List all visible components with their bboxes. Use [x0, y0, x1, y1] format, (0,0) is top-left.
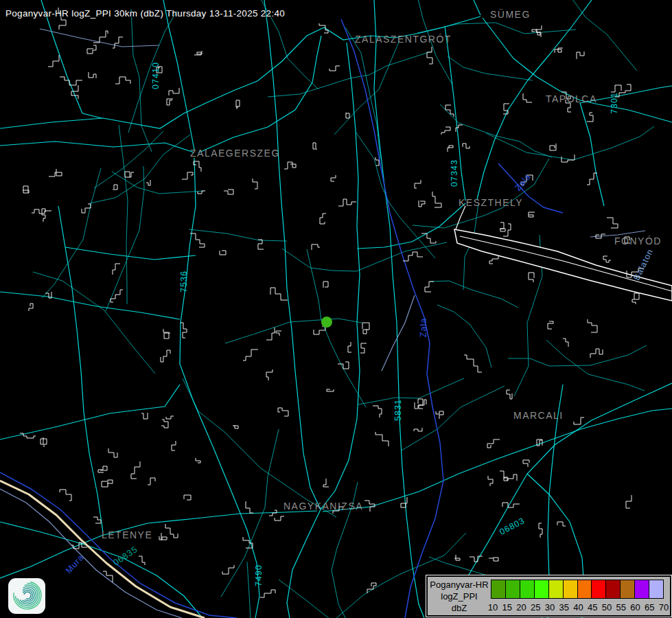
village-outline: [587, 113, 593, 122]
minor-road: [225, 319, 362, 343]
legend-swatch: [520, 580, 535, 598]
village-outline: [314, 326, 325, 334]
village-outline: [29, 304, 33, 311]
village-outline: [532, 30, 541, 37]
minor-road: [430, 281, 518, 308]
village-outline: [233, 425, 238, 428]
village-outline: [360, 343, 367, 353]
village-outline: [40, 437, 47, 447]
village-outline: [169, 88, 179, 95]
village-outline: [161, 420, 168, 428]
road-number-label: 06803: [498, 516, 526, 537]
village-outline: [375, 432, 389, 446]
village-outline: [278, 408, 288, 416]
village-outline: [93, 517, 101, 523]
village-outline: [49, 169, 62, 176]
village-outline: [523, 93, 532, 102]
village-outline: [87, 45, 96, 54]
village-outline: [196, 458, 200, 463]
village-outline: [563, 339, 568, 347]
village-outline: [590, 349, 603, 358]
village-outline: [111, 290, 123, 302]
village-outline: [503, 224, 511, 236]
legend-product-label: logZ_PPI: [441, 591, 477, 602]
village-outline: [436, 411, 443, 419]
village-outline: [184, 495, 191, 500]
village-outline: [454, 555, 460, 560]
village-outline: [146, 180, 150, 185]
village-outline: [464, 355, 482, 372]
logo-arc: [24, 592, 31, 599]
village-outline: [603, 256, 611, 262]
minor-road: [437, 305, 491, 367]
village-outline: [275, 516, 284, 520]
legend-swatch: [506, 580, 520, 598]
village-outline: [243, 350, 258, 360]
village-outline: [427, 47, 432, 64]
village-outline: [224, 190, 233, 194]
village-outline: [577, 52, 584, 59]
village-outline: [165, 524, 178, 538]
village-outline: [507, 474, 517, 481]
legend-panel: Poganyvar-HR logZ_PPI dbZ 10152025303540…: [426, 575, 671, 617]
legend-swatch: [491, 580, 506, 598]
city-label: KESZTHELY: [459, 197, 523, 208]
village-outline: [539, 523, 542, 538]
village-outline: [373, 406, 382, 417]
village-outline: [246, 501, 253, 513]
minor-road: [358, 378, 464, 404]
road-number-label: 5831: [393, 399, 403, 421]
minor-road: [356, 132, 435, 258]
village-outline: [190, 233, 205, 247]
village-outline: [548, 321, 553, 329]
village-outline: [141, 413, 148, 419]
village-outline: [312, 244, 320, 250]
legend-tick: 20: [516, 602, 526, 613]
legend-swatch: [578, 580, 592, 598]
village-outline: [181, 323, 187, 338]
village-outline: [172, 441, 176, 450]
village-outline: [346, 113, 349, 118]
legend-tick: 10: [488, 602, 498, 613]
village-outline: [632, 293, 639, 304]
village-outline: [139, 556, 145, 565]
minor-road: [546, 340, 645, 391]
legend-tick: 50: [602, 602, 612, 613]
minor-road: [448, 56, 533, 80]
village-outline: [362, 323, 369, 334]
road-number-label: Zala: [419, 318, 428, 337]
road-number-label: 07343: [450, 159, 459, 187]
village-outline: [276, 331, 281, 336]
village-outline: [587, 173, 597, 185]
legend-unit-label: dbZ: [452, 602, 467, 614]
map-canvas: ZALASZENTGRÓTSÜMEGTAPOLCAZALAEGERSZEGKES…: [0, 0, 672, 618]
village-outline: [167, 99, 173, 105]
village-outline: [403, 252, 423, 261]
village-outline: [182, 172, 193, 179]
map-labels: ZALASZENTGRÓTSÜMEGTAPOLCAZALAEGERSZEGKES…: [64, 8, 662, 586]
village-outline: [48, 55, 59, 67]
road-number-label: 7301: [610, 92, 619, 114]
village-outline: [611, 85, 621, 92]
road-number-label: 7536: [179, 271, 189, 293]
village-outline: [523, 460, 529, 467]
village-outline: [331, 175, 336, 181]
minor-road: [413, 159, 549, 228]
village-outline: [414, 428, 422, 431]
minor-road: [94, 131, 163, 188]
village-outline: [588, 319, 597, 332]
legend-tick: 15: [502, 602, 512, 613]
legend-swatch: [606, 580, 621, 598]
village-outline: [319, 23, 328, 33]
logo-spiral-art: [8, 578, 45, 614]
village-outline: [401, 497, 407, 507]
minor-road-network: [33, 0, 654, 618]
village-outline: [550, 144, 556, 150]
village-outline: [113, 185, 117, 190]
village-outline: [338, 362, 349, 369]
legend-color-scale: [491, 580, 664, 599]
spiral-storm-logo-icon: [8, 578, 45, 614]
village-outline: [529, 212, 535, 217]
village-outline: [555, 48, 563, 53]
village-outline: [529, 273, 534, 282]
